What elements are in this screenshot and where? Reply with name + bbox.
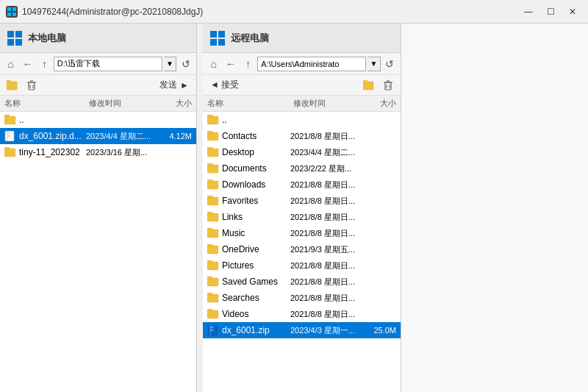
list-item[interactable]: tiny-11_202302 2023/3/16 星期... xyxy=(0,144,196,160)
svg-rect-1 xyxy=(12,7,16,11)
svg-rect-47 xyxy=(207,212,212,214)
svg-rect-45 xyxy=(207,196,212,198)
right-home-btn[interactable]: ⌂ xyxy=(206,56,221,72)
extra-panel xyxy=(401,24,588,392)
svg-rect-22 xyxy=(4,147,10,149)
file-mtime: 2021/8/8 星期日... xyxy=(290,260,356,271)
left-delete-btn[interactable] xyxy=(24,77,40,93)
list-item[interactable]: .. xyxy=(203,112,401,128)
svg-rect-10 xyxy=(29,82,35,90)
file-icon-12 xyxy=(207,309,219,319)
right-file-list-header: 名称 修改时间 大小 xyxy=(203,96,401,112)
right-new-folder-btn[interactable] xyxy=(361,77,377,93)
app-icon xyxy=(6,6,18,18)
file-mtime: 2021/8/8 星期日... xyxy=(290,309,356,320)
list-item[interactable]: Downloads 2021/8/8 星期日... xyxy=(203,177,401,193)
svg-rect-34 xyxy=(207,116,218,124)
pane-divider xyxy=(197,24,203,392)
file-mtime: 2023/4/4 星期二... xyxy=(86,131,152,142)
file-name: Saved Games xyxy=(222,277,287,287)
right-file-list: .. Contacts 2021/8/8 星期日... Desktop 2023… xyxy=(203,112,401,392)
file-name: Desktop xyxy=(222,147,287,157)
list-item[interactable]: Favorites 2021/8/8 星期日... xyxy=(203,193,401,209)
file-name: Music xyxy=(222,228,287,238)
svg-rect-23 xyxy=(210,31,217,38)
file-mtime: 2021/9/3 星期五... xyxy=(290,244,356,255)
svg-rect-35 xyxy=(207,115,212,117)
left-pane: 本地电脑 ⌂ ← ↑ ▼ ↺ xyxy=(0,24,197,392)
list-item[interactable]: OneDrive 2021/9/3 星期五... xyxy=(203,241,401,257)
list-item[interactable]: Documents 2023/2/22 星期... xyxy=(203,160,401,177)
list-item[interactable]: Searches 2021/8/8 星期日... xyxy=(203,290,401,306)
svg-rect-4 xyxy=(7,31,14,38)
file-icon-0 xyxy=(207,115,219,125)
svg-rect-6 xyxy=(7,39,14,46)
file-icon-1 xyxy=(4,131,16,141)
close-button[interactable]: ✕ xyxy=(563,4,582,19)
titlebar-left: 104976244(Administrator@pc-20210808JdgJ) xyxy=(6,6,203,18)
file-mtime: 2021/8/8 星期日... xyxy=(290,293,356,304)
minimize-button[interactable]: — xyxy=(519,4,538,19)
file-name: Pictures xyxy=(222,260,287,271)
left-path-dropdown[interactable]: ▼ xyxy=(164,57,176,71)
list-item[interactable]: Videos 2021/8/8 星期日... xyxy=(203,306,401,322)
list-item[interactable]: Contacts 2021/8/8 星期日... xyxy=(203,128,401,144)
file-mtime: 2021/8/8 星期日... xyxy=(290,212,356,223)
svg-rect-16 xyxy=(4,115,10,117)
file-icon-1 xyxy=(207,131,219,141)
right-delete-btn[interactable] xyxy=(380,77,396,93)
left-back-btn[interactable]: ← xyxy=(20,56,35,72)
right-back-btn[interactable]: ← xyxy=(223,56,238,72)
file-name: Documents xyxy=(222,163,287,174)
file-icon-4 xyxy=(207,179,219,190)
svg-rect-25 xyxy=(210,39,217,46)
svg-rect-19 xyxy=(7,132,10,134)
svg-rect-2 xyxy=(7,13,11,16)
svg-rect-56 xyxy=(207,294,218,302)
svg-rect-44 xyxy=(207,197,218,205)
file-mtime: 2023/2/22 星期... xyxy=(290,163,356,174)
file-mtime: 2023/4/4 星期二... xyxy=(290,147,356,158)
file-icon-6 xyxy=(207,212,219,222)
file-name: Links xyxy=(222,212,287,222)
right-toolbar: ⌂ ← ↑ ▼ ↺ xyxy=(203,53,401,75)
file-name: .. xyxy=(222,115,287,125)
right-receive-btn[interactable]: ◄ 接受 xyxy=(207,77,242,93)
list-item[interactable]: Music 2021/8/8 星期日... xyxy=(203,225,401,241)
right-action-bar: ◄ 接受 xyxy=(203,75,401,96)
file-mtime: 2021/8/8 星期日... xyxy=(290,179,356,190)
left-send-btn[interactable]: 发送 ► xyxy=(157,77,192,93)
list-item[interactable]: dx_6001.zip 2023/4/3 星期一... 25.0M xyxy=(203,322,401,338)
right-refresh-btn[interactable]: ↺ xyxy=(382,56,398,72)
svg-rect-52 xyxy=(207,262,218,270)
right-up-btn[interactable]: ↑ xyxy=(240,56,256,72)
svg-rect-26 xyxy=(218,39,225,46)
svg-rect-42 xyxy=(207,181,218,189)
svg-rect-37 xyxy=(207,131,212,133)
left-refresh-btn[interactable]: ↺ xyxy=(178,56,193,72)
left-col-size: 大小 xyxy=(155,98,192,109)
file-icon-3 xyxy=(207,163,219,174)
left-new-folder-btn[interactable] xyxy=(4,77,21,93)
left-home-btn[interactable]: ⌂ xyxy=(3,56,18,72)
list-item[interactable]: .. xyxy=(0,112,196,128)
list-item[interactable]: Saved Games 2021/8/8 星期日... xyxy=(203,274,401,290)
left-up-btn[interactable]: ↑ xyxy=(37,56,52,72)
svg-rect-43 xyxy=(207,179,212,182)
left-pane-header: 本地电脑 xyxy=(0,24,196,53)
svg-rect-7 xyxy=(15,39,22,46)
right-path-input[interactable] xyxy=(257,57,366,71)
file-name: OneDrive xyxy=(222,244,287,254)
file-mtime: 2021/8/8 星期日... xyxy=(290,228,356,239)
list-item[interactable]: Links 2021/8/8 星期日... xyxy=(203,209,401,225)
windows-logo-left xyxy=(6,29,24,47)
list-item[interactable]: Desktop 2023/4/4 星期二... xyxy=(203,144,401,160)
right-path-dropdown[interactable]: ▼ xyxy=(368,57,381,71)
svg-rect-41 xyxy=(207,163,212,165)
left-path-input[interactable] xyxy=(54,57,162,71)
list-item[interactable]: Pictures 2021/8/8 星期日... xyxy=(203,257,401,274)
svg-rect-51 xyxy=(207,244,212,246)
maximize-button[interactable]: ☐ xyxy=(541,4,560,19)
file-name: Videos xyxy=(222,309,287,319)
list-item[interactable]: dx_6001.zip.d... 2023/4/4 星期二... 4.12M xyxy=(0,128,196,144)
